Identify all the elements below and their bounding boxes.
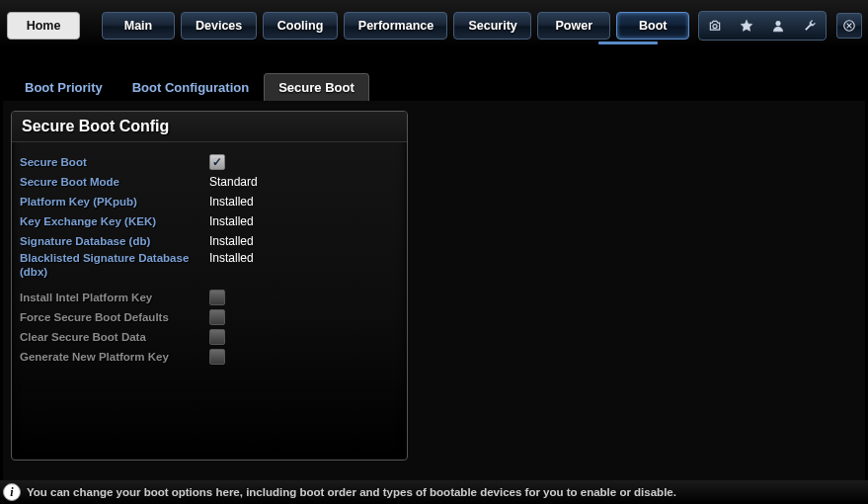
subtab-bar: Boot Priority Boot Configuration Secure … xyxy=(10,73,868,101)
row-dbx-label[interactable]: Blacklisted Signature Database (dbx) xyxy=(20,251,209,280)
wrench-icon[interactable] xyxy=(798,14,822,38)
nav-devices[interactable]: Devices xyxy=(181,12,257,40)
footer-bar: i You can change your boot options here,… xyxy=(0,480,868,504)
row-pkpub-label[interactable]: Platform Key (PKpub) xyxy=(20,196,209,208)
info-icon: i xyxy=(3,483,21,501)
row-clear-data-label[interactable]: Clear Secure Boot Data xyxy=(20,331,209,343)
toolbar-icon-group xyxy=(698,11,827,41)
row-kek-label[interactable]: Key Exchange Key (KEK) xyxy=(20,215,209,227)
row-install-pk-checkbox[interactable] xyxy=(209,290,225,305)
row-secure-boot-checkbox[interactable]: ✓ xyxy=(209,154,225,170)
nav-power[interactable]: Power xyxy=(537,12,610,40)
nav-home[interactable]: Home xyxy=(7,12,80,40)
nav-boot[interactable]: Boot xyxy=(616,12,689,40)
nav-cooling[interactable]: Cooling xyxy=(263,12,338,40)
row-dbx-value: Installed xyxy=(209,251,254,265)
row-secure-boot-mode-value: Standard xyxy=(209,175,258,189)
row-db-label[interactable]: Signature Database (db) xyxy=(20,235,209,247)
user-icon[interactable] xyxy=(766,14,790,38)
row-secure-boot-mode-label[interactable]: Secure Boot Mode xyxy=(20,176,209,188)
panel-title: Secure Boot Config xyxy=(12,112,407,142)
subtab-boot-configuration[interactable]: Boot Configuration xyxy=(118,73,264,101)
row-force-defaults-label[interactable]: Force Secure Boot Defaults xyxy=(20,311,209,323)
row-pkpub-value: Installed xyxy=(209,195,254,209)
nav-performance[interactable]: Performance xyxy=(344,12,448,40)
svg-point-0 xyxy=(713,25,717,29)
camera-icon[interactable] xyxy=(703,14,727,38)
footer-text: You can change your boot options here, i… xyxy=(27,486,676,498)
top-nav: Home Main Devices Cooling Performance Se… xyxy=(0,0,868,47)
close-circle-icon[interactable] xyxy=(836,13,862,39)
subtab-secure-boot[interactable]: Secure Boot xyxy=(264,73,369,101)
nav-active-underline xyxy=(598,42,658,44)
row-clear-data-checkbox[interactable] xyxy=(209,329,225,345)
star-icon[interactable] xyxy=(735,14,758,38)
secure-boot-config-panel: Secure Boot Config Secure Boot ✓ Secure … xyxy=(11,111,408,461)
row-install-pk-label[interactable]: Install Intel Platform Key xyxy=(20,292,209,303)
nav-security[interactable]: Security xyxy=(453,12,531,40)
panel-area: Secure Boot Config Secure Boot ✓ Secure … xyxy=(3,101,865,486)
row-gen-pk-label[interactable]: Generate New Platform Key xyxy=(20,351,209,363)
row-force-defaults-checkbox[interactable] xyxy=(209,309,225,325)
row-db-value: Installed xyxy=(209,234,254,248)
row-kek-value: Installed xyxy=(209,214,254,228)
nav-main[interactable]: Main xyxy=(102,12,175,40)
row-secure-boot-label[interactable]: Secure Boot xyxy=(20,156,209,168)
subtab-boot-priority[interactable]: Boot Priority xyxy=(10,73,118,101)
row-gen-pk-checkbox[interactable] xyxy=(209,349,225,365)
svg-point-1 xyxy=(776,21,781,26)
